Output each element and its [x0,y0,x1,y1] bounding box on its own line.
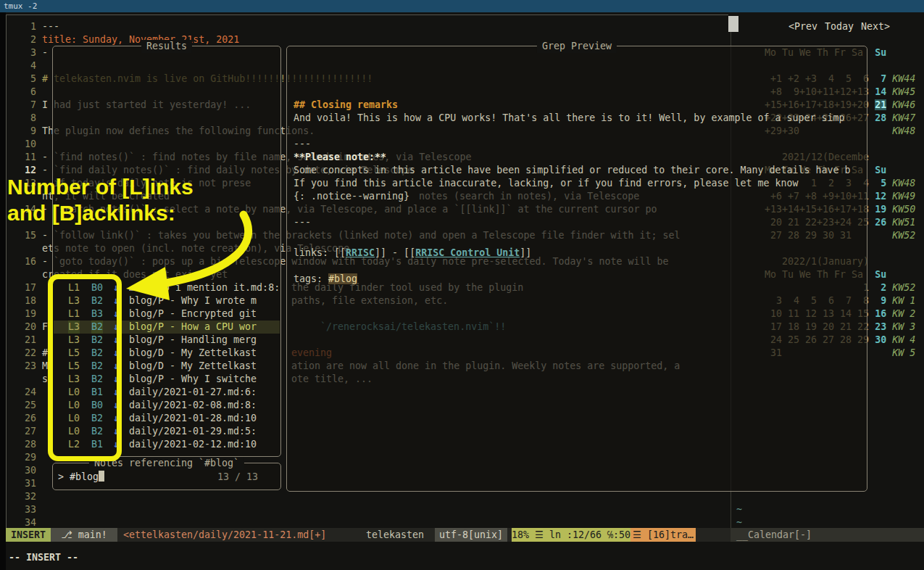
calendar-sunday[interactable] [875,230,886,241]
preview-text: ]] - [[ [375,247,415,258]
terminal-titlebar: tmux -2 [0,0,924,12]
calendar-week-number: KW52 [892,282,915,293]
calendar-sunday[interactable]: 2 [875,282,886,293]
preview-text: Some concepts in this article have been … [294,165,851,175]
calendar-sunday[interactable] [875,125,886,136]
calendar-gap [869,230,875,241]
buffer-line: 33 [0,503,924,516]
calendar-sunday[interactable]: Su [875,165,886,175]
result-filename: daily/2021-02-12.md:10 [129,438,257,451]
result-filename: daily/2021-01-28.md:10 [129,412,257,425]
calendar-sunday[interactable]: Su [875,47,886,58]
calendar-gap [886,282,892,293]
calendar-sunday[interactable]: 30 [875,334,886,345]
calendar-sunday[interactable]: 23 [875,321,886,332]
result-filename: daily/2021-01-29.md:5: [129,425,257,438]
calendar-week-number: KW48 [892,178,915,189]
calendar-today-button[interactable]: Today [825,21,854,32]
line-number: 4 [20,59,36,73]
line-number: 31 [20,477,36,490]
calendar-gap [869,321,875,332]
calendar-gap [886,308,892,319]
line-number: 20 [20,321,36,334]
line-number: 16 [20,255,36,268]
result-filename: …ere do i mention it.md:8: [129,281,280,294]
line-number: 9 [20,125,36,138]
preview-text: ]] [520,247,531,258]
line-number: 10 [20,138,36,151]
wiki-link[interactable]: RRISC [346,247,375,258]
preview-line: {: .notice--warning} [294,190,409,203]
calendar-gap [886,73,892,84]
buffer-text: M [42,360,48,373]
calendar-sunday[interactable]: 19 [875,204,886,215]
preview-line: **Please note:** [294,151,386,164]
calendar-sunday[interactable]: 14 [875,86,886,97]
preview-line: links: [[RRISC]] - [[RRISC Control Unit]… [294,247,531,260]
calendar-sunday[interactable]: 5 [875,178,886,189]
calendar-today[interactable]: 21 [875,99,886,110]
calendar-prev-button[interactable]: <Prev [788,21,817,32]
line-number: 26 [20,412,36,425]
calendar-gap [869,99,875,110]
result-filename: blog/P - Encrypted git [129,307,257,321]
prompt-text: > #blog [58,471,99,482]
frame-top-line [6,15,728,15]
calendar-sunday[interactable]: 9 [875,295,886,306]
result-filename: daily/2021-01-27.md:6: [129,386,257,399]
line-number: 33 [20,503,36,516]
calendar-gap [869,86,875,97]
calendar-gap [886,47,892,58]
buffer-line: 2title: Sunday, November 21st, 2021 [0,33,924,46]
calendar-sunday[interactable]: 16 [875,308,886,319]
line-number: 25 [20,399,36,412]
result-filename: blog/P - Handling merg [129,334,257,347]
line-number: 21 [20,334,36,347]
buffer-line: 32 [0,490,924,503]
plugin-name: telekasten [366,528,424,542]
line-number: 28 [20,438,36,451]
result-count: 13 / 13 [217,471,258,484]
preview-window-title: Grep Preview [537,40,617,53]
calendar-week-number: KW50 [892,204,915,215]
calendar-sunday[interactable]: 28 [875,112,886,123]
calendar-gap [869,282,875,293]
calendar-next-button[interactable]: Next> [861,21,890,32]
calendar-week-number: KW 5 [892,347,915,358]
result-filename: blog/D - My Zettelkast [129,360,257,373]
annotation-text-line2: and [B]acklinks: [7,200,175,226]
cursor-position: 18% ☰ ln :12/66 ℅:50 [512,528,630,542]
calendar-sunday[interactable]: 7 [875,73,886,84]
line-number: 15 [20,229,36,242]
calendar-week-number: KW 3 [892,321,915,332]
calendar-gap [886,334,892,345]
calendar-sunday[interactable]: 12 [875,191,886,202]
preview-text: {: .notice--warning} [294,191,409,202]
results-window-title: Results [141,40,192,53]
line-number: 23 [20,360,36,373]
prompt-input[interactable]: > #blog [58,471,104,484]
calendar-week-number: KW48 [892,125,915,136]
calendar-sunday[interactable] [875,347,886,358]
calendar-gap [886,230,892,241]
calendar-sunday[interactable] [875,152,886,162]
calendar-sunday[interactable] [875,256,886,267]
scrollbar-thumb[interactable] [728,16,738,32]
wiki-link[interactable]: RRISC Control Unit [415,247,520,258]
calendar-gap [886,204,892,215]
preview-line: Some concepts in this article have been … [294,164,851,177]
line-number: 11 [20,151,36,164]
calendar-week-number: KW 2 [892,308,915,319]
preview-text: And voila! This is how a CPU works! That… [294,112,845,123]
calendar-sunday[interactable]: Su [875,269,886,280]
calendar-week-number: KW44 [892,73,915,84]
calendar-sunday[interactable]: 26 [875,217,886,228]
calendar-gap [886,178,892,189]
buffer-text: # [42,347,48,360]
line-number: 19 [20,307,36,321]
preview-text: links: [[ [294,247,346,258]
calendar-gap [886,321,892,332]
calendar-gap [869,295,875,306]
preview-line: --- [294,216,311,229]
result-filename: blog/P - Why I switche [129,373,257,386]
